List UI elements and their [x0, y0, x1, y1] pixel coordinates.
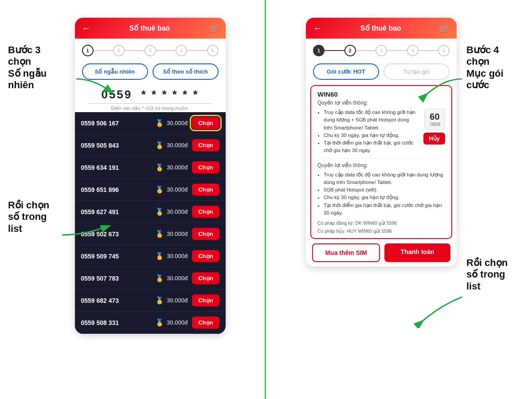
chon-btn-7[interactable]: Chọn	[192, 250, 219, 262]
chon-btn-6[interactable]: Chọn	[192, 228, 219, 240]
left-annotation-block: Bước 3 chọn Số ngẫu nhiên	[8, 44, 66, 91]
package-card-win60: WIN60 Quyền lợi viễn thông: Truy cập dat…	[310, 85, 452, 239]
step3-label: Bước 3	[8, 44, 66, 56]
tu-tao-goi-tab[interactable]: Tự tạo gói	[383, 63, 450, 80]
price-8: 30.000đ	[167, 275, 188, 282]
pkg-subtitle2: Quyền lợi viễn thông:	[317, 162, 445, 168]
number-row-10: 0559 508 331 🥇 30.000đ Chọn	[75, 312, 226, 334]
number-row-9: 0559 682 473 🥇 30.000đ Chọn	[75, 289, 226, 312]
num-text-5: 0559 627 491	[81, 208, 153, 215]
number-row-4: 0559 651 896 🥇 30.000đ Chọn	[75, 179, 226, 201]
right-step-line-1	[325, 50, 344, 51]
list-label1: Rồi chọn	[8, 200, 66, 211]
pkg-subtitle1: Quyền lợi viễn thông:	[317, 100, 445, 106]
thanh-toan-button[interactable]: Thanh toán	[384, 243, 450, 262]
coin-icon-8: 🥇	[155, 274, 164, 282]
pkg-price-box: 60 .000đ	[424, 109, 445, 130]
step-5: 5	[207, 45, 219, 56]
right-content: Bước 4 chọn Mục gói cước Rồi chọn số tro…	[270, 9, 528, 390]
price-4: 30.000đ	[167, 186, 188, 193]
pkg-bullet1-3: Tại thời điểm gia hạn thất bại, gói cước…	[324, 139, 419, 155]
right-step-5: 5	[438, 45, 450, 56]
chon-btn-9[interactable]: Chọn	[192, 294, 219, 306]
pkg-bullet2-3: Chu kỳ 30 ngày, gia hạn tự động.	[324, 194, 445, 201]
chon-btn-4[interactable]: Chọn	[192, 184, 219, 196]
huy-button[interactable]: Hủy	[423, 133, 445, 145]
pkg-details: Truy cập data tốc độ cao không giới hạn …	[317, 109, 419, 155]
right-step-line-2	[356, 50, 376, 51]
right-panel: Bước 4 chọn Mục gói cước Rồi chọn số tro…	[266, 0, 532, 399]
chon-btn-1[interactable]: Chọn	[192, 117, 219, 129]
pkg-bullets2: Truy cập data tốc độ cao không giới hạn …	[324, 171, 445, 217]
coin-icon-7: 🥇	[155, 252, 164, 260]
right-list-label2: số trong	[466, 269, 524, 280]
pkg-bullets1: Truy cập data tốc độ cao không giới hạn …	[324, 109, 419, 155]
mua-them-sim-button[interactable]: Mua thêm SIM	[312, 243, 380, 262]
so-ngau-nhien-tab[interactable]: Số ngẫu nhiên	[82, 63, 148, 80]
num-text-7: 0559 509 745	[81, 253, 153, 260]
coin-icon-5: 🥇	[155, 207, 164, 216]
price-7: 30.000đ	[167, 253, 188, 259]
right-back-arrow-icon[interactable]: ←	[313, 23, 322, 33]
price-number: 60	[429, 112, 440, 122]
right-step-1: 1	[313, 45, 325, 56]
right-arrow-to-bottom	[413, 293, 471, 328]
pkg-price-area: 60 .000đ Hủy	[423, 109, 445, 145]
right-header-title: Số thuê bao	[360, 24, 401, 32]
coin-icon-10: 🥇	[155, 318, 164, 327]
cart-icon[interactable]: 🛒	[209, 23, 219, 33]
so-theo-so-thich-tab[interactable]: Số theo số thích	[153, 63, 219, 80]
price-9: 30.000đ	[167, 297, 188, 304]
coin-icon-2: 🥇	[155, 141, 164, 149]
right-phone-mockup: ← Số thuê bao 🛒 1 2 3 4 5 Gói cước HOT T…	[306, 18, 457, 266]
right-cart-icon[interactable]: 🛒	[440, 23, 450, 33]
step-2: 2	[113, 45, 125, 56]
back-arrow-icon[interactable]: ←	[82, 23, 91, 33]
step-1: 1	[82, 45, 94, 56]
chon-btn-10[interactable]: Chọn	[192, 317, 219, 329]
underline	[89, 103, 211, 104]
pkg-bullet1-2: Chu kỳ 30 ngày, gia hạn tự động.	[324, 132, 419, 139]
number-row-6: 0559 502 673 🥇 30.000đ Chọn	[75, 223, 226, 245]
step-line-4	[187, 50, 207, 51]
right-step-line-3	[387, 50, 407, 51]
coin-icon-4: 🥇	[155, 185, 164, 194]
left-step-indicator: 1 2 3 4 5	[75, 39, 226, 60]
number-row-8: 0559 507 783 🥇 30.000đ Chọn	[75, 267, 226, 289]
num-text-3: 0559 634 191	[81, 164, 153, 171]
price-2: 30.000đ	[167, 142, 188, 149]
num-text-6: 0559 502 673	[81, 231, 153, 238]
left-tab-row: Số ngẫu nhiên Số theo số thích	[75, 60, 226, 85]
num-text-8: 0559 507 783	[81, 275, 153, 282]
right-step-3: 3	[376, 45, 387, 56]
chon-btn-5[interactable]: Chọn	[192, 206, 219, 218]
right-step-line-4	[419, 50, 438, 51]
pkg-bullet1-1: Truy cập data tốc độ cao không giới hạn …	[324, 109, 419, 132]
step4-desc2: Mục gói	[466, 68, 524, 79]
right-step-4: 4	[407, 45, 419, 56]
chon-btn-2[interactable]: Chọn	[192, 139, 219, 151]
left-phone-mockup: ← Số thuê bao 🛒 1 2 3 4 5 Số ngẫu nhiên …	[75, 18, 226, 334]
price-10: 30.000đ	[167, 319, 188, 326]
left-panel: Bước 3 chọn Số ngẫu nhiên Rồi chọn số tr…	[0, 0, 266, 399]
phone-hint: Điền vào dấu * chữ số mong muốn.	[82, 106, 219, 111]
number-list: 0559 506 167 🥇 30.000đ Chọn 0559 505 843…	[75, 112, 226, 334]
left-content: Bước 3 chọn Số ngẫu nhiên Rồi chọn số tr…	[4, 9, 260, 390]
price-3: 30.000đ	[167, 164, 188, 171]
step-line-2	[125, 50, 145, 51]
step-3: 3	[145, 45, 156, 56]
num-text-10: 0559 508 331	[81, 319, 153, 326]
step3-desc3: nhiên	[8, 79, 66, 91]
chon-btn-8[interactable]: Chọn	[192, 272, 219, 284]
step3-desc2: Số ngẫu	[8, 68, 66, 79]
pkg-footer2: Cú pháp hủy: HUY WIN60 gửi 5596	[317, 228, 445, 234]
number-row-3: 0559 634 191 🥇 30.000đ Chọn	[75, 156, 226, 179]
num-text-1: 0559 506 167	[81, 120, 153, 127]
chon-btn-3[interactable]: Chọn	[192, 161, 219, 173]
right-step-2: 2	[344, 45, 356, 56]
coin-icon-6: 🥇	[155, 230, 164, 238]
price-unit: .000đ	[429, 122, 440, 127]
pkg-footer1: Cú pháp đăng ký: DK WIN60 gửi 5596	[317, 220, 445, 226]
goi-cuoc-hot-tab[interactable]: Gói cước HOT	[313, 63, 379, 80]
right-annotation-bottom: Rồi chọn số trong list	[466, 257, 524, 292]
